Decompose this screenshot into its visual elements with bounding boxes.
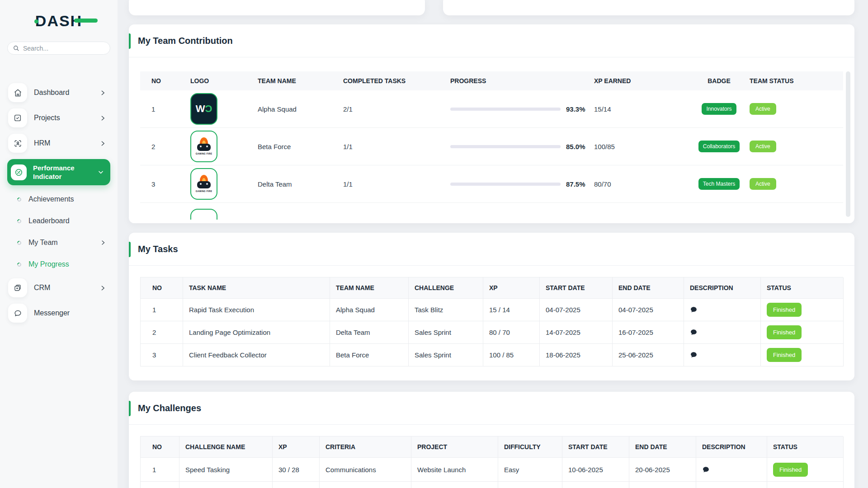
sidebar-item-leaderboard[interactable]: Leaderboard — [7, 210, 110, 232]
performance-submenu: Achievements Leaderboard My Team My Prog… — [7, 188, 110, 275]
check-square-icon — [14, 114, 22, 122]
col-header: CHALLENGE — [409, 277, 483, 299]
completed-tasks: 1/1 — [343, 180, 450, 188]
row-number: 3 — [140, 180, 190, 188]
row-number: 1 — [141, 299, 183, 321]
col-header: END DATE — [613, 277, 684, 299]
table-row: 1 WƆ Alpha Squad 2/1 93.3% 15/14 Innovat… — [140, 90, 843, 128]
status-badge: Finished — [767, 348, 802, 362]
team-logo-wd: WƆ — [190, 93, 217, 125]
progress-cell: 93.3% — [450, 105, 594, 113]
challenge-name: Sales Sprint — [409, 321, 483, 344]
table-row: 3 Client Feedback Collector Beta Force S… — [141, 344, 843, 366]
col-header: XP — [273, 436, 320, 458]
crm-icon — [14, 284, 22, 292]
sidebar-item-messenger[interactable]: Messenger — [7, 300, 110, 326]
col-header: START DATE — [540, 277, 613, 299]
col-header: START DATE — [562, 436, 629, 458]
sidebar-nav: Dashboard Projects HRM Performance Indic… — [0, 80, 118, 326]
col-header: TEAM NAME — [258, 77, 343, 84]
description-comment-icon[interactable] — [690, 306, 698, 314]
home-icon — [14, 89, 22, 97]
sidebar-item-crm[interactable]: CRM — [7, 275, 110, 300]
sidebar-item-label: Performance Indicator — [33, 164, 87, 181]
sidebar-item-dashboard[interactable]: Dashboard — [7, 80, 110, 105]
section-title: My Tasks — [138, 244, 178, 254]
status-badge: Finished — [773, 463, 808, 477]
end-date: 04-07-2025 — [613, 299, 684, 321]
bullet-icon — [16, 262, 22, 267]
xp-earned: 100/85 — [594, 143, 689, 150]
partial-card-top-left — [129, 0, 425, 15]
start-date: 14-07-2025 — [540, 321, 613, 344]
chevron-right-icon — [100, 90, 106, 96]
chevron-down-icon — [98, 169, 104, 175]
col-header: CRITERIA — [320, 436, 411, 458]
col-header: TASK NAME — [183, 277, 330, 299]
search-input[interactable] — [23, 45, 100, 52]
col-header: DESCRIPTION — [684, 277, 761, 299]
row-number: 1 — [140, 105, 190, 113]
badge: Collaborators — [698, 141, 740, 152]
team-name: Alpha Squad — [258, 105, 343, 113]
description-comment-icon[interactable] — [690, 351, 698, 359]
section-title: My Challenges — [138, 403, 201, 413]
start-date: 10-06-2025 — [562, 458, 629, 482]
challenge-name: Sales Sprint — [409, 344, 483, 366]
logo-dot-icon — [34, 19, 38, 23]
table-header-row: NO CHALLENGE NAME XP CRITERIA PROJECT DI… — [141, 436, 843, 458]
sidebar-item-my-progress[interactable]: My Progress — [7, 253, 110, 275]
chevron-right-icon — [100, 115, 106, 121]
sidebar-item-performance-indicator[interactable]: Performance Indicator — [7, 159, 110, 185]
my-tasks-table: NO TASK NAME TEAM NAME CHALLENGE XP STAR… — [140, 277, 843, 366]
col-header: DESCRIPTION — [696, 436, 767, 458]
project-name: Website Launch — [411, 458, 498, 482]
sidebar-item-label: Dashboard — [34, 89, 69, 97]
team-logo-gaming-fire: GAMING FIRE· · · · — [190, 168, 217, 200]
sidebar-item-hrm[interactable]: HRM — [7, 131, 110, 156]
sidebar-item-achievements[interactable]: Achievements — [7, 188, 110, 210]
col-header: PROJECT — [411, 436, 498, 458]
table-header-row: NO LOGO TEAM NAME COMPLETED TASKS PROGRE… — [140, 71, 843, 90]
progress-track — [450, 108, 561, 111]
end-date: 20-06-2025 — [629, 458, 696, 482]
sidebar-item-my-team[interactable]: My Team — [7, 232, 110, 253]
task-name: Client Feedback Collector — [183, 344, 330, 366]
gauge-icon — [14, 168, 23, 177]
description-comment-icon[interactable] — [702, 466, 710, 474]
partial-card-top-right — [443, 0, 854, 15]
team-contribution-card: My Team Contribution NO LOGO TEAM NAME C… — [129, 24, 854, 223]
difficulty: Easy — [498, 458, 562, 482]
search-icon — [13, 45, 19, 52]
completed-tasks: 1/1 — [343, 143, 450, 150]
sidebar-item-projects[interactable]: Projects — [7, 105, 110, 131]
table-scrollbar[interactable] — [846, 71, 850, 217]
main-content: My Team Contribution NO LOGO TEAM NAME C… — [118, 0, 868, 488]
col-header: NO — [140, 77, 190, 84]
status-badge: Finished — [767, 325, 802, 339]
task-name: Rapid Task Execution — [183, 299, 330, 321]
criteria: Communications — [320, 458, 411, 482]
table-row-partial — [141, 482, 843, 488]
team-name: Beta Force — [258, 143, 343, 150]
col-header: XP EARNED — [594, 77, 689, 84]
progress-cell: 85.0% — [450, 143, 594, 150]
status-badge: Finished — [767, 303, 802, 317]
description-comment-icon[interactable] — [690, 328, 698, 336]
progress-percent: 93.3% — [566, 105, 585, 113]
hrm-scan-icon — [14, 139, 22, 148]
team-contribution-table: NO LOGO TEAM NAME COMPLETED TASKS PROGRE… — [140, 71, 843, 220]
col-header: NO — [141, 436, 179, 458]
search-box[interactable] — [7, 42, 110, 55]
sidebar-item-label: Messenger — [34, 309, 70, 317]
section-title: My Team Contribution — [138, 36, 233, 46]
col-header: PROGRESS — [450, 77, 594, 84]
team-name: Delta Team — [258, 180, 343, 188]
row-number: 2 — [140, 143, 190, 150]
app-logo[interactable]: DASH — [0, 0, 118, 42]
start-date: 04-07-2025 — [540, 299, 613, 321]
progress-track — [450, 183, 561, 186]
xp-value: 100 / 85 — [483, 344, 540, 366]
col-header: COMPLETED TASKS — [343, 77, 450, 84]
status-badge: Active — [750, 178, 776, 190]
